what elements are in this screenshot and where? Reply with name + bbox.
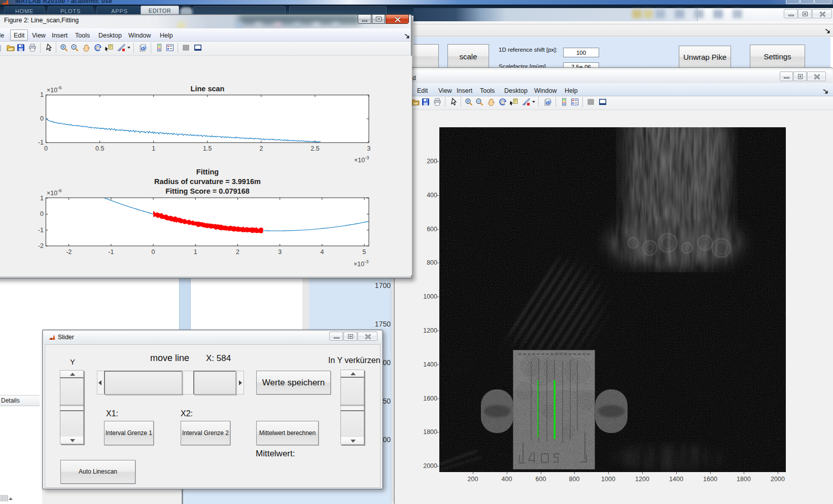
svg-text:1: 1 [40, 91, 44, 98]
svg-text:1: 1 [194, 248, 197, 256]
svg-text:0: 0 [152, 248, 155, 256]
svg-text:×10: ×10 [354, 261, 364, 268]
svg-text:0: 0 [44, 145, 48, 152]
svg-text:-6: -6 [57, 188, 61, 193]
svg-text:-3: -3 [364, 259, 368, 264]
svg-text:0: 0 [40, 115, 44, 122]
svg-text:3: 3 [367, 145, 371, 152]
svg-text:-1: -1 [38, 227, 44, 234]
svg-text:1: 1 [152, 145, 155, 152]
svg-text:×10: ×10 [354, 157, 365, 164]
svg-text:Fitting: Fitting [196, 168, 219, 176]
svg-text:×10: ×10 [47, 190, 57, 197]
svg-text:-1: -1 [38, 139, 44, 146]
svg-text:3: 3 [278, 248, 282, 256]
svg-text:-2: -2 [38, 242, 44, 249]
svg-text:0.5: 0.5 [95, 145, 104, 152]
svg-text:×10: ×10 [47, 87, 57, 94]
svg-text:2: 2 [236, 248, 239, 256]
svg-text:-1: -1 [108, 248, 114, 256]
svg-text:5: 5 [363, 248, 366, 256]
svg-text:Line scan: Line scan [191, 85, 225, 93]
svg-text:2.5: 2.5 [310, 145, 319, 152]
svg-text:0: 0 [40, 210, 44, 218]
svg-text:Fitting Score = 0.079168: Fitting Score = 0.079168 [165, 187, 250, 195]
svg-text:2: 2 [259, 145, 263, 152]
svg-text:-6: -6 [57, 85, 61, 90]
svg-text:1: 1 [40, 195, 44, 202]
svg-text:-3: -3 [365, 155, 369, 160]
svg-text:4: 4 [320, 248, 324, 256]
svg-text:1.5: 1.5 [203, 145, 212, 152]
svg-text:-2: -2 [66, 248, 72, 256]
svg-text:Radius of curvature = 3.9916m: Radius of curvature = 3.9916m [154, 177, 261, 186]
